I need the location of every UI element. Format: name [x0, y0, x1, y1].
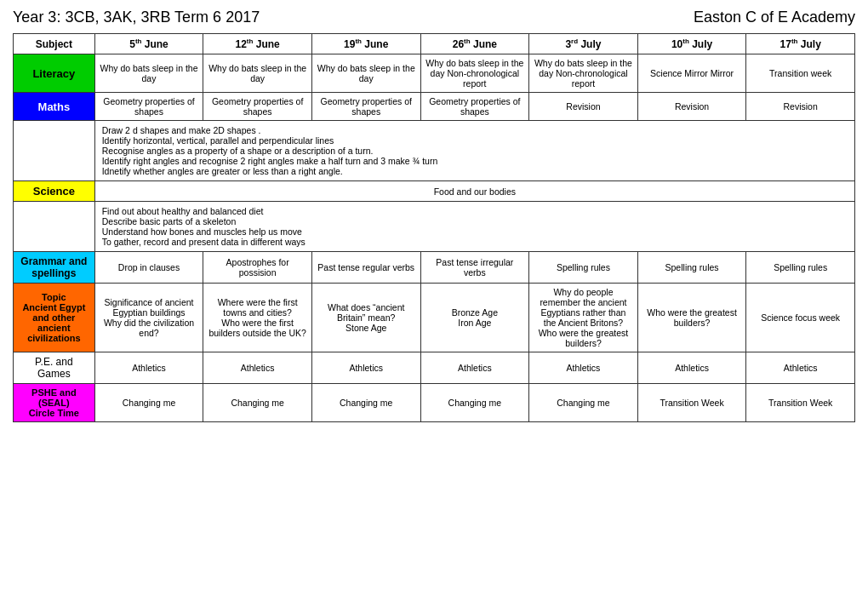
maths-notes: Draw 2 d shapes and make 2D shapes . Ide… — [94, 121, 854, 181]
date-col-4: 26th June — [420, 34, 529, 54]
page-header: Year 3: 3CB, 3AK, 3RB Term 6 2017 Easton… — [13, 9, 855, 26]
maths-subject: Maths — [14, 93, 95, 121]
pshe-cell-5: Changing me — [529, 384, 638, 422]
subject-header: Subject — [14, 34, 95, 54]
topic-cell-6: Who were the greatest builders? — [637, 284, 746, 352]
maths-notes-row: Draw 2 d shapes and make 2D shapes . Ide… — [14, 121, 855, 181]
grammar-cell-6: Spelling rules — [637, 252, 746, 284]
pshe-cell-1: Changing me — [94, 384, 203, 422]
maths-row: Maths Geometry properties of shapes Geom… — [14, 93, 855, 121]
maths-cell-4: Geometry properties of shapes — [420, 93, 529, 121]
maths-cell-6: Revision — [637, 93, 746, 121]
grammar-cell-5: Spelling rules — [529, 252, 638, 284]
date-col-6: 10th July — [637, 34, 746, 54]
pshe-cell-7: Transition Week — [746, 384, 855, 422]
pe-cell-1: Athletics — [94, 352, 203, 384]
date-col-3: 19th June — [311, 34, 420, 54]
grammar-cell-7: Spelling rules — [746, 252, 855, 284]
maths-cell-3: Geometry properties of shapes — [311, 93, 420, 121]
pshe-subject: PSHE and (SEAL)Circle Time — [14, 384, 95, 422]
grammar-cell-3: Past tense regular verbs — [311, 252, 420, 284]
grammar-row: Grammar and spellings Drop in clauses Ap… — [14, 252, 855, 284]
literacy-subject: Literacy — [14, 54, 95, 93]
grammar-cell-4: Past tense irregular verbs — [420, 252, 529, 284]
pe-cell-3: Athletics — [311, 352, 420, 384]
pe-cell-5: Athletics — [529, 352, 638, 384]
literacy-cell-6: Science Mirror Mirror — [637, 54, 746, 93]
pshe-row: PSHE and (SEAL)Circle Time Changing me C… — [14, 384, 855, 422]
title-right: Easton C of E Academy — [694, 9, 855, 26]
maths-cell-1: Geometry properties of shapes — [94, 93, 203, 121]
header-row: Subject 5th June 12th June 19th June 26t… — [14, 34, 855, 54]
maths-notes-subject — [14, 121, 95, 181]
grammar-cell-2: Apostrophes for possision — [203, 252, 312, 284]
grammar-subject: Grammar and spellings — [14, 252, 95, 284]
pe-subject: P.E. and Games — [14, 352, 95, 384]
science-notes-subject — [14, 202, 95, 252]
literacy-cell-5: Why do bats sleep in the day Non-chronol… — [529, 54, 638, 93]
topic-cell-3: What does “ancient Britain” mean?Stone A… — [311, 284, 420, 352]
science-row: Science Food and our bodies — [14, 181, 855, 202]
date-col-7: 17th July — [746, 34, 855, 54]
maths-cell-5: Revision — [529, 93, 638, 121]
literacy-cell-4: Why do bats sleep in the day Non-chronol… — [420, 54, 529, 93]
date-col-2: 12th June — [203, 34, 312, 54]
topic-cell-7: Science focus week — [746, 284, 855, 352]
literacy-row: Literacy Why do bats sleep in the day Wh… — [14, 54, 855, 93]
topic-row: TopicAncient Egypt and other ancient civ… — [14, 284, 855, 352]
curriculum-table: Subject 5th June 12th June 19th June 26t… — [13, 33, 855, 422]
pe-cell-2: Athletics — [203, 352, 312, 384]
topic-cell-1: Significance of ancient Egyptian buildin… — [94, 284, 203, 352]
literacy-cell-1: Why do bats sleep in the day — [94, 54, 203, 93]
title-left: Year 3: 3CB, 3AK, 3RB Term 6 2017 — [13, 9, 260, 26]
pe-cell-7: Athletics — [746, 352, 855, 384]
science-span: Food and our bodies — [94, 181, 854, 202]
science-subject: Science — [14, 181, 95, 202]
literacy-cell-3: Why do bats sleep in the day — [311, 54, 420, 93]
pshe-cell-4: Changing me — [420, 384, 529, 422]
pe-cell-4: Athletics — [420, 352, 529, 384]
pe-cell-6: Athletics — [637, 352, 746, 384]
pshe-cell-3: Changing me — [311, 384, 420, 422]
maths-cell-7: Revision — [746, 93, 855, 121]
topic-cell-2: Where were the first towns and cities?Wh… — [203, 284, 312, 352]
topic-cell-5: Why do people remember the ancient Egypt… — [529, 284, 638, 352]
topic-subject: TopicAncient Egypt and other ancient civ… — [14, 284, 95, 352]
literacy-cell-2: Why do bats sleep in the day — [203, 54, 312, 93]
date-col-5: 3rd July — [529, 34, 638, 54]
science-notes: Find out about healthy and balanced diet… — [94, 202, 854, 252]
maths-cell-2: Geometry properties of shapes — [203, 93, 312, 121]
date-col-1: 5th June — [94, 34, 203, 54]
pshe-cell-2: Changing me — [203, 384, 312, 422]
literacy-cell-7: Transition week — [746, 54, 855, 93]
pe-row: P.E. and Games Athletics Athletics Athle… — [14, 352, 855, 384]
pshe-cell-6: Transition Week — [637, 384, 746, 422]
science-notes-row: Find out about healthy and balanced diet… — [14, 202, 855, 252]
grammar-cell-1: Drop in clauses — [94, 252, 203, 284]
topic-cell-4: Bronze AgeIron Age — [420, 284, 529, 352]
